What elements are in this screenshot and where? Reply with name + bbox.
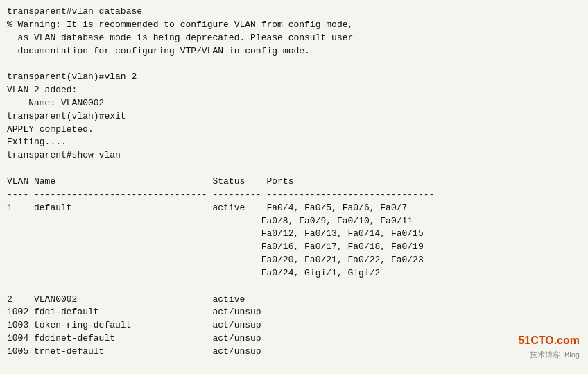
line-11: transparent#show vlan [7,150,121,160]
line-blank-4 [7,359,12,370]
vlan-row-1d: Fa0/16, Fa0/17, Fa0/18, Fa0/19 [7,241,424,252]
line-6: VLAN 2 added: [7,85,77,95]
vlan-row-2: 2 VLAN0002 active [7,294,245,305]
vlan-header: VLAN Name Status Ports [7,176,293,187]
vlan-row-1e: Fa0/20, Fa0/21, Fa0/22, Fa0/23 [7,255,424,265]
line-7: Name: VLAN0002 [7,98,104,108]
line-9: APPLY completed. [7,124,94,135]
terminal-window: transparent#vlan database % Warning: It … [0,0,588,374]
vlan-row-1b: Fa0/8, Fa0/9, Fa0/10, Fa0/11 [7,216,413,226]
line-blank-2 [7,163,12,173]
watermark: 51CTO.com 技术博客 Blog [518,332,580,362]
line-blank-3 [7,281,12,291]
line-3: as VLAN database mode is being deprecate… [7,33,353,43]
line-5: transparent(vlan)#vlan 2 [7,71,137,82]
vlan-row-1003: 1003 token-ring-default act/unsup [7,320,261,330]
line-8: transparent(vlan)#exit [7,111,126,121]
watermark-tagline: 技术博客 Blog [518,349,580,362]
vlan-row-1a: 1 default active Fa0/4, Fa0/5, Fa0/6, Fa… [7,203,407,213]
vlan-row-1c: Fa0/12, Fa0/13, Fa0/14, Fa0/15 [7,228,424,239]
line-2: % Warning: It is recommended to configur… [7,19,353,30]
vlan-row-1002: 1002 fddi-default act/unsup [7,307,261,317]
line-blank-1 [7,58,12,69]
vlan-row-1f: Fa0/24, Gigi/1, Gigi/2 [7,268,380,278]
watermark-site: 51CTO.com [518,332,580,350]
terminal-output: transparent#vlan database % Warning: It … [7,6,581,374]
line-10: Exiting.... [7,137,67,147]
vlan-divider: ---- -------------------------------- --… [7,189,434,200]
line-1: transparent#vlan database [7,6,142,17]
vlan-row-1004: 1004 fddinet-default act/unsup [7,333,261,343]
line-4: documentation for configuring VTP/VLAN i… [7,46,310,56]
vlan-row-1005: 1005 trnet-default act/unsup [7,346,261,357]
